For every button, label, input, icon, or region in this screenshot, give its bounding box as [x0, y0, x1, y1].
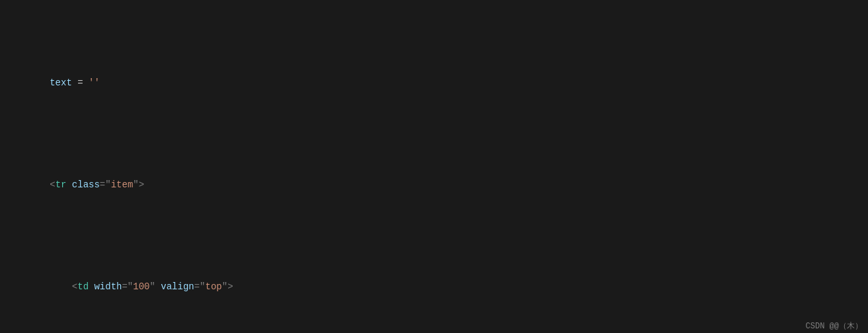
line-2: <tr class="item"> — [0, 163, 868, 207]
status-text: CSDN @@（木） — [806, 322, 863, 331]
status-bar: CSDN @@（木） — [801, 319, 868, 333]
code-editor: text = '' <tr class="item"> <td width="1… — [0, 0, 868, 333]
code-area: text = '' <tr class="item"> <td width="1… — [0, 0, 868, 333]
line-3: <td width="100" valign="top"> — [0, 265, 868, 309]
line-1: text = '' — [0, 61, 868, 105]
